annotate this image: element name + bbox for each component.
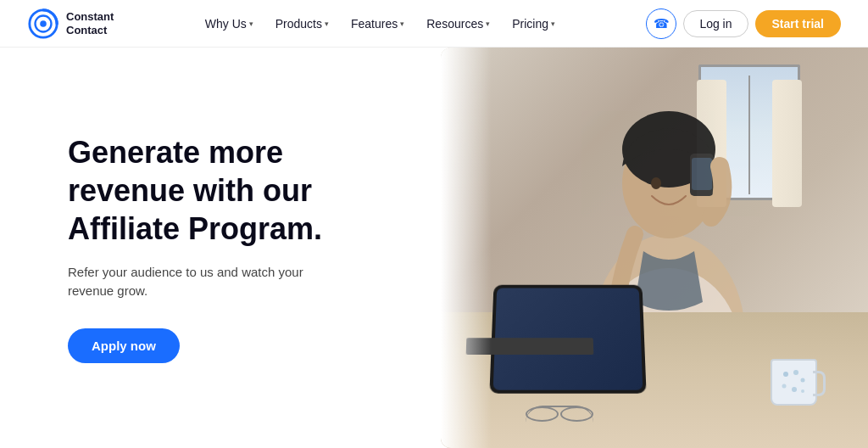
hero-subtext: Refer your audience to us and watch your… xyxy=(68,263,339,301)
svg-point-14 xyxy=(782,384,787,389)
nav-actions: ☎ Log in Start trial xyxy=(646,8,841,39)
features-chevron: ▾ xyxy=(400,20,404,28)
phone-button[interactable]: ☎ xyxy=(646,8,676,39)
glasses-prop xyxy=(526,406,593,423)
login-button[interactable]: Log in xyxy=(683,10,748,37)
products-chevron: ▾ xyxy=(325,20,329,28)
svg-point-13 xyxy=(801,378,805,383)
nav-pricing[interactable]: Pricing ▾ xyxy=(504,12,564,36)
apply-now-button[interactable]: Apply now xyxy=(68,328,180,363)
svg-point-7 xyxy=(651,177,661,189)
svg-point-16 xyxy=(801,389,804,393)
book-prop xyxy=(466,338,594,355)
navbar: Constant Contact Why Us ▾ Products ▾ Fea… xyxy=(0,0,868,48)
resources-chevron: ▾ xyxy=(486,20,490,28)
nav-products[interactable]: Products ▾ xyxy=(267,12,337,36)
nav-links: Why Us ▾ Products ▾ Features ▾ Resources… xyxy=(197,12,564,36)
hero-image xyxy=(441,48,868,448)
why-us-chevron: ▾ xyxy=(249,20,253,28)
svg-point-11 xyxy=(783,372,788,377)
hero-heading: Generate more revenue with our Affiliate… xyxy=(68,133,373,248)
hero-content: Generate more revenue with our Affiliate… xyxy=(0,48,441,448)
svg-rect-9 xyxy=(692,158,712,190)
nav-why-us[interactable]: Why Us ▾ xyxy=(197,12,262,36)
hero-photo-bg xyxy=(441,48,868,448)
logo-text: Constant Contact xyxy=(66,10,114,36)
logo[interactable]: Constant Contact xyxy=(27,8,114,40)
mug-pattern xyxy=(779,367,809,397)
pricing-chevron: ▾ xyxy=(551,20,555,28)
svg-point-15 xyxy=(792,387,797,392)
phone-icon: ☎ xyxy=(654,16,670,31)
nav-features[interactable]: Features ▾ xyxy=(342,12,413,36)
start-trial-button[interactable]: Start trial xyxy=(755,10,841,37)
hero-section: Generate more revenue with our Affiliate… xyxy=(0,48,868,448)
logo-icon xyxy=(27,8,59,40)
coffee-mug xyxy=(771,359,817,406)
svg-point-2 xyxy=(40,20,47,27)
svg-point-12 xyxy=(793,370,798,375)
nav-resources[interactable]: Resources ▾ xyxy=(418,12,498,36)
